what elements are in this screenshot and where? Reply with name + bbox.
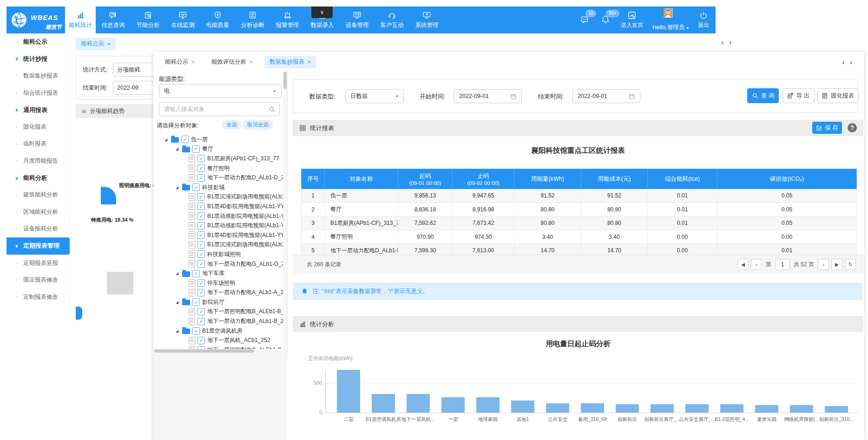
expander-icon[interactable]: ◢ [176,329,180,333]
nav-item[interactable]: 设备管理 [340,7,375,33]
checkbox-checked[interactable] [197,222,205,230]
tree-node[interactable]: 地下一层照明配电C_ALEb1-C_26 [153,345,283,349]
tree-node[interactable]: ◢地下车库 [153,269,283,278]
sidebar-item[interactable]: •设备能耗分析 [7,221,70,238]
sidebar-item[interactable]: •临时报表 [7,136,70,153]
checkbox-checked[interactable] [197,289,205,296]
checkbox-checked[interactable] [197,337,205,344]
window-tab[interactable]: 能效评估分析× [206,56,258,68]
tree-node[interactable]: 地下一层照明配电B_ALEb1-B_26 [153,307,283,317]
export-button[interactable]: 导 出 [783,88,814,103]
tab-scroll-left-icon[interactable]: ‹ [842,59,845,66]
scrollbar-thumb[interactable] [154,349,254,353]
close-icon[interactable]: × [308,59,311,65]
checkbox-checked[interactable] [197,260,205,268]
pager-refresh-icon[interactable]: ↻ [845,259,856,270]
checkbox-checked[interactable] [181,136,189,143]
data-type-select[interactable]: 日数据 ▼ [345,89,404,103]
checkbox-checked[interactable] [192,298,200,306]
nav-item[interactable]: 节能分析 [131,7,165,33]
checkbox-checked[interactable] [192,145,200,153]
tab-scroll-right-icon[interactable]: › [850,59,852,66]
pager-prev-icon[interactable]: ‹ [751,259,762,270]
sidebar-item[interactable]: •组合统计报表 [7,85,70,102]
tree-node[interactable]: B1层4D影院用电预留(ALb1-YY(4 [153,202,283,211]
tree-node[interactable]: B1层动感影院用电预留(ALb1-YY [153,211,283,221]
expander-icon[interactable]: ◢ [176,185,180,190]
logout-button[interactable]: 退出 [698,11,709,29]
nav-dropdown-caret-icon[interactable]: ∨ [311,7,333,18]
sidebar-item[interactable]: •定制报表修改 [7,289,70,306]
tree-node[interactable]: 地下一层风机_ACb1_252 [153,335,283,345]
expander-icon[interactable]: ◢ [176,300,180,304]
tree-node[interactable]: B1层动感影院用电预留(ALb1-YY [153,221,283,230]
energy-type-select[interactable]: 电 ▼ [159,84,282,98]
tree-horizontal-scrollbar[interactable] [153,349,283,353]
checkbox-checked[interactable] [197,250,205,258]
checkbox-checked[interactable] [197,174,205,182]
tab-scroll-left-icon[interactable]: ‹ [722,39,724,46]
query-button[interactable]: 查 询 [747,88,779,103]
sidebar-item[interactable]: •固化报表 [7,118,70,136]
tree-node[interactable]: ◢B1层空调风机房 [153,326,283,336]
nav-item[interactable]: 分析诊断 [235,7,270,33]
tree-node[interactable]: B1层4D影院用电预留(ALb1-YY(4 [153,230,283,240]
tree-node[interactable]: B1层沉浸式剧场用电预留(ALb1-Y [153,240,283,250]
page-number-input[interactable] [775,259,790,270]
tree-node[interactable]: 地下一层动力配电G_ALb1-G_269 [153,259,283,269]
expander-icon[interactable]: ◢ [164,138,169,142]
tree-node[interactable]: ◢负一层 [153,135,283,144]
nav-item[interactable]: 在线监测 [165,7,200,33]
nav-item[interactable]: 系统管理 [409,7,444,33]
checkbox-checked[interactable] [197,279,205,287]
window-tab[interactable]: 能耗公示× [160,56,200,68]
checkbox-checked[interactable] [197,241,205,249]
close-icon[interactable]: × [107,41,111,47]
help-button[interactable]: ? [848,123,857,132]
nav-item[interactable]: 信息查询 [96,7,131,33]
notifications-button[interactable]: 99+ [600,14,612,26]
checkbox-checked[interactable] [197,231,205,239]
checkbox-checked[interactable] [192,270,200,277]
tree-node[interactable]: ◢餐厅 [153,144,283,154]
sidebar-item[interactable]: ∨统计抄报 [7,51,70,68]
solidify-report-button[interactable]: 固化报表 [817,88,858,103]
deselect-all-button[interactable]: 取消全选 [243,120,273,130]
sidebar-item[interactable]: •数据集抄报表 [7,67,70,85]
sidebar-item[interactable]: •区域能耗分析 [7,204,70,221]
checkbox-checked[interactable] [197,308,205,315]
window-tab[interactable]: 数据集抄报表× [264,56,316,68]
user-menu[interactable]: Hello,管理员 ▾ [652,8,689,32]
tree-node[interactable]: 餐厅照明 [153,164,283,173]
expander-icon[interactable]: ◢ [176,147,180,151]
tree-node[interactable]: B1层厨房(APb1-CF)_313_77 [153,154,283,164]
checkbox-checked[interactable] [197,193,205,201]
expander-icon[interactable]: ◢ [176,271,180,276]
close-icon[interactable]: × [250,59,253,65]
nav-item[interactable]: 能耗统计 [65,7,96,33]
workspace-tab[interactable]: 能耗公示× [76,38,116,50]
tab-scroll-right-icon[interactable]: › [730,39,732,46]
nav-item[interactable]: 客户互动 [375,7,409,33]
nav-item[interactable]: 报警管理 [270,7,305,33]
sidebar-item[interactable]: •月度用能报告 [7,152,70,170]
close-icon[interactable]: × [191,59,195,65]
end-date-input[interactable]: 2022-09-01 [572,89,640,103]
pager-last-icon[interactable]: ▶ [831,259,842,270]
tree-node[interactable]: 地下一层动力配电B_ALb1-B_267 [153,316,283,326]
home-button[interactable]: 进入首页 [621,11,643,29]
tree-node[interactable]: 科技影城照明 [153,250,283,259]
sidebar-item[interactable]: •固定报表修改 [7,271,70,289]
tree-node[interactable]: B1层沉浸式剧场用电预留(ALb1-Y [153,192,283,202]
search-input[interactable] [163,105,266,113]
tree-node[interactable]: 地下一层动力配电D_ALb1-D_242 [153,173,283,183]
start-date-input[interactable]: 2022-09-01 [454,89,522,103]
checkbox-checked[interactable] [197,164,205,172]
checkbox-checked[interactable] [192,327,200,335]
tree-vertical-scrollbar[interactable] [283,71,287,353]
checkbox-checked[interactable] [197,212,205,220]
tree-node[interactable]: ◢科技影城 [153,183,283,192]
checkbox-checked[interactable] [197,155,205,162]
checkbox-checked[interactable] [197,318,205,325]
sidebar-item[interactable]: ∨能耗分析 [7,170,70,187]
